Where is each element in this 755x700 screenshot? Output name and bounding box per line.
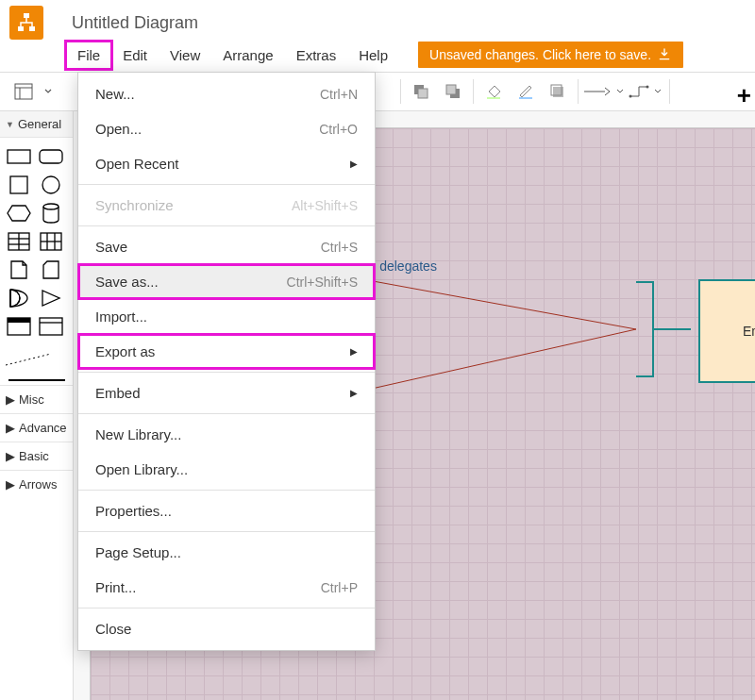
svg-point-20 bbox=[42, 176, 59, 193]
shape-note[interactable] bbox=[6, 258, 32, 281]
line-color-button[interactable] bbox=[510, 75, 542, 108]
menu-item-page-setup[interactable]: Page Setup... bbox=[78, 535, 375, 570]
menu-separator bbox=[78, 531, 375, 532]
fill-color-button[interactable] bbox=[478, 75, 510, 108]
add-button[interactable]: + bbox=[737, 81, 751, 110]
menu-separator bbox=[78, 372, 375, 373]
section-misc[interactable]: ▶Misc bbox=[0, 385, 73, 413]
menu-arrange[interactable]: Arrange bbox=[211, 42, 284, 69]
diagram-logo-icon bbox=[15, 11, 38, 34]
submenu-arrow-icon: ▶ bbox=[350, 158, 358, 169]
chevron-down-icon bbox=[44, 89, 52, 94]
svg-rect-17 bbox=[8, 150, 30, 163]
pencil-icon bbox=[516, 82, 535, 101]
shadow-icon bbox=[549, 83, 566, 100]
svg-rect-31 bbox=[8, 318, 30, 323]
svg-rect-2 bbox=[29, 26, 35, 31]
section-advanced[interactable]: ▶Advance bbox=[0, 413, 73, 442]
menu-separator bbox=[78, 490, 375, 491]
to-back-button[interactable] bbox=[437, 75, 469, 108]
unsaved-changes-banner[interactable]: Unsaved changes. Click here to save. bbox=[418, 42, 683, 68]
shape-window2[interactable] bbox=[38, 315, 64, 338]
svg-rect-32 bbox=[40, 318, 62, 335]
menu-item-save[interactable]: SaveCtrl+S bbox=[78, 229, 375, 264]
menu-item-open[interactable]: Open...Ctrl+O bbox=[78, 111, 375, 146]
shape-triangle[interactable] bbox=[38, 287, 64, 309]
svg-rect-10 bbox=[487, 97, 500, 99]
layout-picker-dropdown[interactable] bbox=[40, 75, 57, 108]
shape-cylinder[interactable] bbox=[38, 202, 64, 225]
section-general[interactable]: ▼ General bbox=[0, 111, 73, 138]
shape-half-circle[interactable] bbox=[6, 287, 32, 309]
chevron-down-icon: ▼ bbox=[6, 120, 14, 129]
entity-node-label: En bbox=[743, 324, 755, 339]
svg-rect-3 bbox=[15, 84, 32, 99]
svg-rect-19 bbox=[10, 176, 27, 193]
menu-item-embed[interactable]: Embed▶ bbox=[78, 375, 375, 410]
menu-edit[interactable]: Edit bbox=[111, 42, 159, 69]
chevron-right-icon: ▶ bbox=[6, 421, 15, 435]
to-front-icon bbox=[411, 82, 430, 101]
menu-view[interactable]: View bbox=[159, 42, 211, 69]
menu-item-open-library[interactable]: Open Library... bbox=[78, 452, 375, 487]
shape-circle[interactable] bbox=[38, 174, 64, 196]
svg-rect-1 bbox=[18, 26, 24, 31]
svg-rect-9 bbox=[446, 85, 456, 94]
svg-point-16 bbox=[646, 86, 649, 89]
download-icon bbox=[657, 47, 672, 62]
layout-picker-button[interactable] bbox=[8, 75, 40, 108]
menu-item-close[interactable]: Close bbox=[78, 611, 375, 646]
menu-file[interactable]: File bbox=[66, 42, 111, 69]
section-arrows-label: Arrows bbox=[19, 477, 57, 492]
shape-rectangle[interactable] bbox=[6, 145, 32, 168]
shape-table[interactable] bbox=[6, 230, 32, 253]
waypoint-style-button[interactable] bbox=[624, 75, 665, 108]
menu-item-export-as[interactable]: Export as▶ bbox=[78, 334, 375, 369]
menu-item-synchronize: SynchronizeAlt+Shift+S bbox=[78, 188, 375, 223]
menu-item-print[interactable]: Print...Ctrl+P bbox=[78, 570, 375, 605]
chevron-right-icon: ▶ bbox=[6, 449, 15, 463]
entity-node[interactable]: En bbox=[698, 279, 755, 383]
to-front-button[interactable] bbox=[405, 75, 437, 108]
menu-item-properties[interactable]: Properties... bbox=[78, 493, 375, 528]
shapes-sidebar: ▼ General ▶Misc ▶Advance ▶Basic ▶Arrows bbox=[0, 111, 74, 700]
shape-hexagon[interactable] bbox=[6, 202, 32, 225]
svg-rect-7 bbox=[418, 89, 428, 98]
shadow-button[interactable] bbox=[542, 75, 574, 108]
layout-icon bbox=[14, 83, 33, 100]
menu-separator bbox=[78, 225, 375, 226]
unsaved-changes-text: Unsaved changes. Click here to save. bbox=[429, 47, 651, 62]
svg-line-34 bbox=[6, 354, 51, 365]
section-basic-label: Basic bbox=[19, 449, 49, 463]
chevron-right-icon: ▶ bbox=[6, 392, 15, 407]
general-shapes bbox=[0, 138, 73, 345]
shape-grid[interactable] bbox=[38, 230, 64, 253]
section-basic[interactable]: ▶Basic bbox=[0, 442, 73, 470]
to-back-icon bbox=[444, 82, 462, 101]
submenu-arrow-icon: ▶ bbox=[350, 346, 358, 357]
menu-item-open-recent[interactable]: Open Recent▶ bbox=[78, 146, 375, 181]
section-arrows[interactable]: ▶Arrows bbox=[0, 470, 73, 498]
shape-rounded-rect[interactable] bbox=[38, 145, 64, 168]
menu-item-new-library[interactable]: New Library... bbox=[78, 417, 375, 452]
chevron-right-icon: ▶ bbox=[6, 477, 15, 492]
shape-solid-line[interactable] bbox=[8, 379, 65, 381]
svg-point-21 bbox=[43, 204, 59, 209]
chevron-down-icon bbox=[654, 89, 662, 94]
submenu-arrow-icon: ▶ bbox=[350, 388, 358, 398]
menu-help[interactable]: Help bbox=[347, 42, 399, 69]
app-logo[interactable] bbox=[9, 6, 43, 40]
connection-style-button[interactable] bbox=[582, 75, 624, 108]
menu-extras[interactable]: Extras bbox=[285, 42, 348, 69]
svg-rect-18 bbox=[40, 150, 62, 163]
menu-item-new[interactable]: New...Ctrl+N bbox=[78, 76, 375, 111]
menu-item-import[interactable]: Import... bbox=[78, 299, 375, 334]
shape-window[interactable] bbox=[6, 315, 32, 338]
shape-square[interactable] bbox=[6, 174, 32, 196]
section-misc-label: Misc bbox=[19, 392, 44, 407]
shape-card[interactable] bbox=[38, 258, 64, 281]
menu-item-save-as[interactable]: Save as...Ctrl+Shift+S bbox=[78, 264, 375, 299]
document-title[interactable]: Untitled Diagram bbox=[72, 13, 198, 33]
shape-dotted-line[interactable] bbox=[0, 345, 57, 374]
waypoint-icon bbox=[628, 83, 652, 100]
